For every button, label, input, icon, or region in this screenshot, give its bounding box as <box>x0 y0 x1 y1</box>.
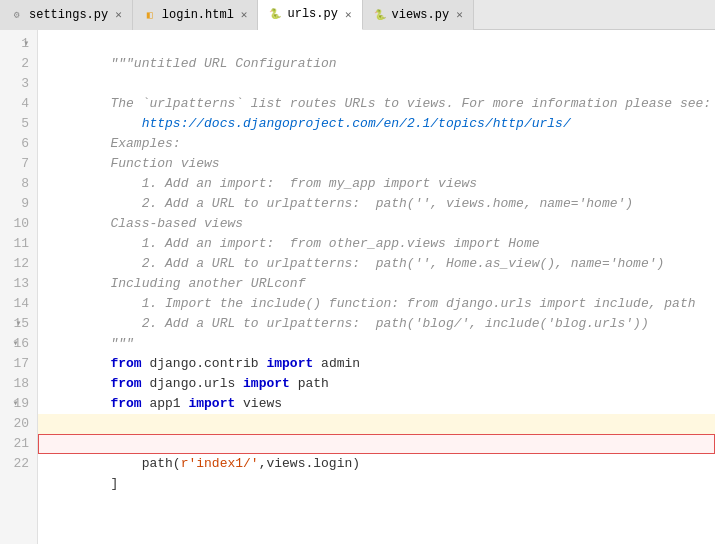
line-num-5: 5 <box>0 114 37 134</box>
collapse-arrow-16[interactable]: ▾ <box>12 334 18 354</box>
code-editor: ▾1 2 3 4 5 6 7 8 9 10 11 12 13 14 ▾15 ▾1… <box>0 30 715 544</box>
line-num-21: 21 <box>0 434 37 454</box>
code-line-6: Function views <box>38 134 715 154</box>
tab-settings-label: settings.py <box>29 8 108 22</box>
line-num-19: ▾19 <box>0 394 37 414</box>
code-line-12: Including another URLconf <box>38 254 715 274</box>
line-num-6: 6 <box>0 134 37 154</box>
tab-bar: ⚙ settings.py ✕ ◧ login.html ✕ 🐍 urls.py… <box>0 0 715 30</box>
code-line-2 <box>38 54 715 74</box>
line-num-13: 13 <box>0 274 37 294</box>
line-num-15: ▾15 <box>0 314 37 334</box>
code-line-18: from app1 import views <box>38 374 715 394</box>
line-num-20: 20 <box>0 414 37 434</box>
line-num-12: 12 <box>0 254 37 274</box>
code-line-22: ] <box>38 454 715 474</box>
views-py-icon: 🐍 <box>373 8 387 22</box>
tab-login-close[interactable]: ✕ <box>241 8 248 21</box>
code-line-7: 1. Add an import: from my_app import vie… <box>38 154 715 174</box>
tab-urls-close[interactable]: ✕ <box>345 8 352 21</box>
line-num-16: ▾16 <box>0 334 37 354</box>
tab-urls[interactable]: 🐍 urls.py ✕ <box>258 0 362 30</box>
code-line-10: 1. Add an import: from other_app.views i… <box>38 214 715 234</box>
code-line-3: The `urlpatterns` list routes URLs to vi… <box>38 74 715 94</box>
code-line-1: """untitled URL Configuration <box>38 34 715 54</box>
line-num-4: 4 <box>0 94 37 114</box>
line-num-11: 11 <box>0 234 37 254</box>
urls-py-icon: 🐍 <box>268 7 282 21</box>
gear-icon: ⚙ <box>10 8 24 22</box>
code-line-19: urlpatterns = [ <box>38 394 715 414</box>
tab-views-label: views.py <box>392 8 450 22</box>
line-num-14: 14 <box>0 294 37 314</box>
line-num-10: 10 <box>0 214 37 234</box>
tab-views-close[interactable]: ✕ <box>456 8 463 21</box>
tab-login[interactable]: ◧ login.html ✕ <box>133 0 259 30</box>
code-line-16: from django.contrib import admin <box>38 334 715 354</box>
collapse-arrow-15[interactable]: ▾ <box>15 314 21 334</box>
line-num-17: 17 <box>0 354 37 374</box>
code-line-13: 1. Import the include() function: from d… <box>38 274 715 294</box>
tab-urls-label: urls.py <box>287 7 337 21</box>
line-num-2: 2 <box>0 54 37 74</box>
tab-login-label: login.html <box>162 8 234 22</box>
tab-settings-close[interactable]: ✕ <box>115 8 122 21</box>
code-content[interactable]: """untitled URL Configuration The `urlpa… <box>38 30 715 544</box>
line-num-8: 8 <box>0 174 37 194</box>
code-line-20: 💡path('admin/', admin.site.urls), <box>38 414 715 434</box>
code-line-21: path(r'index1/',views.login) <box>38 434 715 454</box>
code-line-14: 2. Add a URL to urlpatterns: path('blog/… <box>38 294 715 314</box>
code-line-8: 2. Add a URL to urlpatterns: path('', vi… <box>38 174 715 194</box>
line-num-22: 22 <box>0 454 37 474</box>
collapse-arrow-19[interactable]: ▾ <box>12 394 18 414</box>
tab-settings[interactable]: ⚙ settings.py ✕ <box>0 0 133 30</box>
line-num-9: 9 <box>0 194 37 214</box>
code-line-9: Class-based views <box>38 194 715 214</box>
tab-views[interactable]: 🐍 views.py ✕ <box>363 0 474 30</box>
line22-text: ] <box>110 476 118 491</box>
line-numbers-gutter: ▾1 2 3 4 5 6 7 8 9 10 11 12 13 14 ▾15 ▾1… <box>0 30 38 544</box>
editor-window: ⚙ settings.py ✕ ◧ login.html ✕ 🐍 urls.py… <box>0 0 715 544</box>
code-line-17: from django.urls import path <box>38 354 715 374</box>
code-line-11: 2. Add a URL to urlpatterns: path('', Ho… <box>38 234 715 254</box>
line-num-3: 3 <box>0 74 37 94</box>
line-num-7: 7 <box>0 154 37 174</box>
line-num-18: 18 <box>0 374 37 394</box>
line-num-1: ▾1 <box>0 34 37 54</box>
code-line-15: """ <box>38 314 715 334</box>
code-line-4: https://docs.djangoproject.com/en/2.1/to… <box>38 94 715 114</box>
html-icon: ◧ <box>143 8 157 22</box>
code-line-5: Examples: <box>38 114 715 134</box>
collapse-arrow-1[interactable]: ▾ <box>23 34 29 54</box>
